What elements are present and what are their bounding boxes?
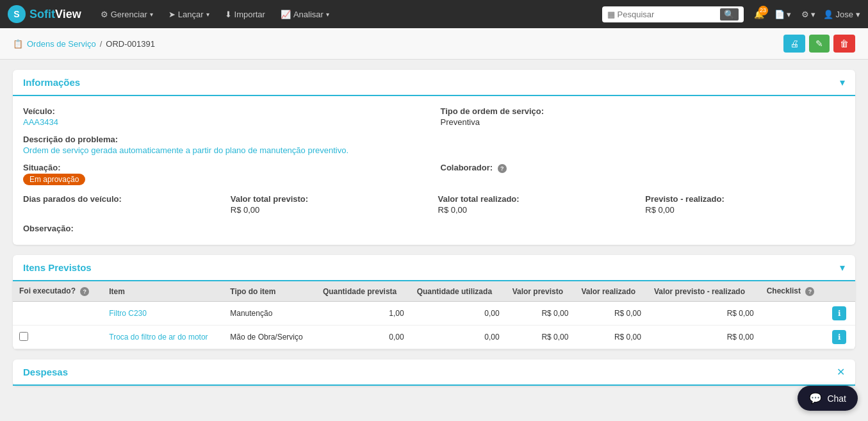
search-input[interactable] bbox=[618, 10, 720, 19]
valor-realizado-label: Valor total realizado: bbox=[438, 194, 638, 204]
row2-item-link[interactable]: Troca do filtro de ar do motor bbox=[109, 333, 208, 342]
main-content: Informações ▾ Veículo: AAA3434 Tipo de o… bbox=[0, 60, 868, 406]
action-buttons: 🖨 ✎ 🗑 bbox=[783, 35, 855, 53]
row1-checklist bbox=[760, 302, 826, 326]
breadcrumb-current: ORD-001391 bbox=[106, 39, 155, 49]
table-header-row: Foi executado? ? Item Tipo do item Quant… bbox=[13, 281, 855, 302]
despesas-card: Despesas ✕ bbox=[13, 359, 855, 386]
itens-body: Foi executado? ? Item Tipo do item Quant… bbox=[13, 281, 855, 349]
row2-tipo: Mão de Obra/Serviço bbox=[224, 326, 316, 349]
documents-button[interactable]: 📄 ▾ bbox=[772, 7, 794, 22]
dias-label: Dias parados do veículo: bbox=[23, 194, 223, 204]
despesas-title: Despesas bbox=[23, 367, 68, 377]
previsto-realizado-label: Previsto - realizado: bbox=[645, 194, 845, 204]
table-row: Troca do filtro de ar do motor Mão de Ob… bbox=[13, 326, 855, 349]
observacao-field: Observação: bbox=[23, 224, 845, 233]
nav-analisar[interactable]: 📈 Analisar ▾ bbox=[273, 0, 337, 28]
col-executado: Foi executado? ? bbox=[13, 281, 102, 302]
situacao-label: Situação: bbox=[23, 163, 428, 172]
nav-gerenciar[interactable]: ⚙ Gerenciar ▾ bbox=[93, 0, 161, 28]
collapse-icon[interactable]: ✕ bbox=[837, 366, 845, 378]
chevron-down-icon: ▾ bbox=[856, 10, 860, 19]
row1-qtd-utilizada: 0,00 bbox=[411, 302, 506, 326]
chevron-down-icon: ▾ bbox=[150, 11, 153, 18]
print-button[interactable]: 🖨 bbox=[783, 35, 805, 53]
row1-action: ℹ bbox=[826, 302, 855, 326]
informacoes-card: Informações ▾ Veículo: AAA3434 Tipo de o… bbox=[13, 70, 855, 245]
row2-executado bbox=[13, 326, 102, 349]
observacao-label: Observação: bbox=[23, 224, 845, 233]
logo-icon: S bbox=[8, 5, 26, 23]
valor-previsto-value: R$ 0,00 bbox=[231, 205, 430, 215]
col-checklist: Checklist ? bbox=[760, 281, 826, 302]
descricao-field: Descrição do problema: Ordem de serviço … bbox=[23, 135, 845, 155]
row1-executado bbox=[13, 302, 102, 326]
row2-valor-previsto: R$ 0,00 bbox=[506, 326, 575, 349]
valor-realizado-value: R$ 0,00 bbox=[438, 205, 638, 215]
row1-item-link[interactable]: Filtro C230 bbox=[109, 309, 147, 318]
executado-help-icon[interactable]: ? bbox=[80, 287, 89, 296]
informacoes-header: Informações ▾ bbox=[13, 70, 855, 96]
notification-badge: 23 bbox=[758, 6, 768, 15]
notifications-button[interactable]: 🔔 23 bbox=[751, 7, 767, 22]
delete-button[interactable]: 🗑 bbox=[833, 35, 855, 53]
row2-action: ℹ bbox=[826, 326, 855, 349]
colaborador-field: Colaborador: ? bbox=[441, 163, 846, 185]
previsto-realizado-field: Previsto - realizado: R$ 0,00 bbox=[645, 194, 845, 215]
col-valor-previsto: Valor previsto bbox=[506, 281, 575, 302]
row2-info-button[interactable]: ℹ bbox=[832, 330, 846, 344]
row2-checklist bbox=[760, 326, 826, 349]
row2-executado-checkbox[interactable] bbox=[19, 332, 28, 341]
col-valor-prev-realiz: Valor previsto - realizado bbox=[648, 281, 760, 302]
row2-qtd-utilizada: 0,00 bbox=[411, 326, 506, 349]
collapse-icon[interactable]: ▾ bbox=[840, 76, 845, 88]
despesas-header: Despesas ✕ bbox=[13, 359, 855, 386]
edit-button[interactable]: ✎ bbox=[809, 35, 830, 53]
row1-info-button[interactable]: ℹ bbox=[832, 306, 846, 320]
search-bar[interactable]: ▦ 🔍 bbox=[602, 6, 744, 22]
tipo-field: Tipo de ordem de serviço: Preventiva bbox=[441, 106, 846, 127]
checklist-help-icon[interactable]: ? bbox=[805, 287, 814, 296]
situacao-badge: Em aprovação bbox=[23, 174, 85, 185]
chat-button[interactable]: 💬 Chat bbox=[798, 386, 858, 406]
chevron-down-icon: ▾ bbox=[206, 11, 209, 18]
user-menu[interactable]: 👤 Jose ▾ bbox=[823, 10, 860, 19]
nav-lancar[interactable]: ➤ Lançar ▾ bbox=[161, 0, 217, 28]
collapse-icon[interactable]: ▾ bbox=[840, 261, 845, 274]
colaborador-label: Colaborador: ? bbox=[441, 163, 846, 173]
tipo-label: Tipo de ordem de serviço: bbox=[441, 106, 846, 116]
row1-valor-previsto: R$ 0,00 bbox=[506, 302, 575, 326]
row2-valor-realizado: R$ 0,00 bbox=[575, 326, 648, 349]
tipo-value: Preventiva bbox=[441, 117, 846, 127]
valor-previsto-field: Valor total previsto: R$ 0,00 bbox=[231, 194, 430, 215]
veiculo-field: Veículo: AAA3434 bbox=[23, 106, 428, 127]
row1-qtd-prevista: 1,00 bbox=[316, 302, 411, 326]
breadcrumb: 📋 Ordens de Serviço / ORD-001391 bbox=[13, 39, 155, 49]
top-navigation: S Sofit View ⚙ Gerenciar ▾ ➤ Lançar ▾ ⬇ … bbox=[0, 0, 868, 28]
descricao-label: Descrição do problema: bbox=[23, 135, 845, 144]
row2-valor-prev-realiz: R$ 0,00 bbox=[648, 326, 760, 349]
chat-icon: 💬 bbox=[809, 392, 822, 404]
previsto-realizado-value: R$ 0,00 bbox=[645, 205, 845, 215]
breadcrumb-parent[interactable]: Ordens de Serviço bbox=[27, 39, 96, 49]
valor-realizado-field: Valor total realizado: R$ 0,00 bbox=[438, 194, 638, 215]
chevron-down-icon: ▾ bbox=[326, 11, 329, 18]
veiculo-label: Veículo: bbox=[23, 106, 428, 116]
col-actions bbox=[826, 281, 855, 302]
row1-valor-prev-realiz: R$ 0,00 bbox=[648, 302, 760, 326]
col-item: Item bbox=[102, 281, 224, 302]
row2-item: Troca do filtro de ar do motor bbox=[102, 326, 224, 349]
search-button[interactable]: 🔍 bbox=[720, 8, 739, 21]
itens-header: Itens Previstos ▾ bbox=[13, 255, 855, 281]
col-tipo: Tipo do item bbox=[224, 281, 316, 302]
informacoes-title: Informações bbox=[23, 77, 80, 88]
breadcrumb-bar: 📋 Ordens de Serviço / ORD-001391 🖨 ✎ 🗑 bbox=[0, 28, 868, 60]
colaborador-help-icon[interactable]: ? bbox=[498, 164, 507, 173]
veiculo-value[interactable]: AAA3434 bbox=[23, 117, 428, 127]
col-valor-realizado: Valor realizado bbox=[575, 281, 648, 302]
nav-importar[interactable]: ⬇ Importar bbox=[217, 0, 273, 28]
app-logo: S Sofit View bbox=[8, 5, 81, 23]
breadcrumb-icon: 📋 bbox=[13, 39, 23, 49]
settings-button[interactable]: ⚙ ▾ bbox=[799, 7, 818, 22]
col-qtd-prevista: Quantidade prevista bbox=[316, 281, 411, 302]
